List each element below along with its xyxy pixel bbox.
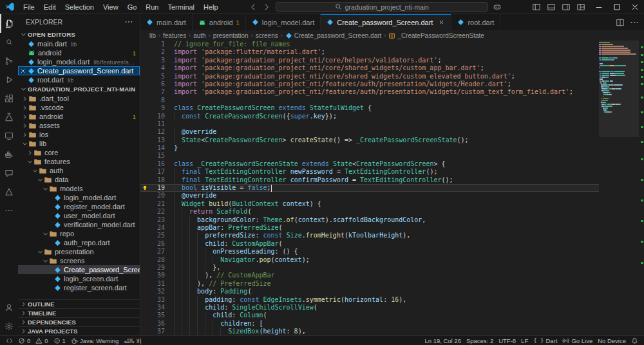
code-line-33[interactable]: 33padding: const EdgeInsets.symmetric(ho… bbox=[140, 296, 644, 304]
section-timeline[interactable]: TIMELINE bbox=[18, 308, 140, 317]
breadcrumb-item[interactable]: auth bbox=[193, 32, 205, 39]
layout-sidebar-right-icon[interactable] bbox=[560, 0, 573, 14]
split-editor-icon[interactable] bbox=[616, 18, 625, 27]
code-line-25[interactable]: 25preferredSize: const Size.fromHeight(k… bbox=[140, 232, 644, 239]
minimize-button[interactable] bbox=[590, 0, 608, 14]
breadcrumb-item[interactable]: Create_password_Screen.dart bbox=[285, 32, 382, 39]
breadcrumb-item[interactable]: presentation bbox=[213, 32, 249, 39]
code-line-3[interactable]: 3import 'package:graduation_project_nti/… bbox=[140, 57, 644, 64]
status-eol[interactable]: LF bbox=[518, 337, 531, 344]
code-line-20[interactable]: 20@override bbox=[140, 192, 644, 200]
code-line-29[interactable]: 29}, bbox=[140, 264, 644, 272]
tree-item-file[interactable]: verification_model.dart bbox=[18, 220, 140, 229]
status-problems-info[interactable]: 1 bbox=[51, 337, 68, 344]
code-line-10[interactable]: 10const CreatePasswordScreen({super.key}… bbox=[140, 113, 644, 120]
layout-sidebar-icon[interactable] bbox=[530, 0, 543, 14]
status-problems-warnings[interactable]: 0 bbox=[33, 337, 50, 344]
status-notifications[interactable] bbox=[629, 337, 641, 344]
activity-explorer[interactable] bbox=[0, 14, 18, 33]
code-line-1[interactable]: 1// ignore_for_file: file_names bbox=[140, 41, 644, 48]
code-line-17[interactable]: 17final TextEditingController newPasswor… bbox=[140, 168, 644, 176]
status-remote[interactable] bbox=[3, 337, 15, 344]
tree-item-file[interactable]: login_model.dart bbox=[18, 193, 140, 202]
tree-item-file[interactable]: register_model.dart bbox=[18, 202, 140, 211]
close-window-button[interactable] bbox=[626, 0, 644, 14]
open-editors-header[interactable]: OPEN EDITORS bbox=[18, 30, 140, 39]
tab-login-model-dart[interactable]: login_model.dart bbox=[246, 14, 321, 30]
tree-item-folder[interactable]: ios bbox=[18, 130, 140, 139]
project-root-header[interactable]: GRADUATION_PROJECT_NTI-MAIN bbox=[18, 84, 140, 94]
menu-help[interactable]: Help bbox=[199, 3, 223, 11]
breadcrumb-item[interactable]: _CreatePasswordScreenState bbox=[388, 32, 484, 39]
status-go-live[interactable]: Go Live bbox=[560, 337, 595, 344]
code-line-13[interactable]: 13State<CreatePasswordScreen> createStat… bbox=[140, 136, 644, 144]
menu-file[interactable]: File bbox=[19, 3, 39, 11]
menu-terminal[interactable]: Terminal bbox=[164, 3, 200, 11]
code-line-15[interactable]: 15 bbox=[140, 152, 644, 160]
tree-item-file[interactable]: auth_repo.dart bbox=[18, 238, 140, 247]
status-problems-errors[interactable]: 0 bbox=[15, 337, 33, 344]
tree-item-folder[interactable]: lib bbox=[18, 139, 140, 148]
code-line-27[interactable]: 27onPressedLeading: () { bbox=[140, 248, 644, 256]
status-flutter-device[interactable]: No Device bbox=[595, 337, 629, 344]
menu-go[interactable]: Go bbox=[123, 3, 142, 11]
tree-item-folder[interactable]: features bbox=[18, 157, 140, 166]
command-center[interactable]: graduation_project_nti-main bbox=[276, 2, 488, 12]
code-line-37[interactable]: 37SizedBox(height: 8), bbox=[140, 328, 644, 335]
code-line-8[interactable]: 8 bbox=[140, 97, 644, 104]
tree-item-folder[interactable]: .vscode bbox=[18, 103, 140, 112]
menu-run[interactable]: Run bbox=[141, 3, 163, 11]
code-editor[interactable]: 1// ignore_for_file: file_names2import '… bbox=[140, 41, 644, 335]
activity-source-control[interactable] bbox=[0, 51, 18, 70]
code-line-7[interactable]: 7import 'package:graduation_project_nti/… bbox=[140, 88, 644, 96]
code-line-4[interactable]: 4import 'package:graduation_project_nti/… bbox=[140, 64, 644, 72]
activity-chat[interactable] bbox=[0, 163, 18, 182]
tree-item-file[interactable]: Create_password_Screen.dart bbox=[18, 265, 140, 274]
section-dependencies[interactable]: DEPENDENCIES bbox=[18, 317, 140, 326]
open-editor-item[interactable]: android1 bbox=[18, 48, 140, 57]
activity-more[interactable] bbox=[0, 201, 18, 219]
code-line-19[interactable]: 19bool isVisible = false; bbox=[140, 184, 644, 192]
close-tab-icon[interactable] bbox=[438, 19, 445, 26]
code-line-35[interactable]: 35child: Column( bbox=[140, 312, 644, 319]
code-line-16[interactable]: 16class _CreatePasswordScreenState exten… bbox=[140, 160, 644, 168]
tree-item-file[interactable]: user_model.dart bbox=[18, 211, 140, 220]
tree-item-file[interactable]: login_screen.dart bbox=[18, 274, 140, 283]
tree-item-folder[interactable]: assets bbox=[18, 121, 140, 130]
tree-item-folder[interactable]: android1 bbox=[18, 112, 140, 121]
navigate-back-icon[interactable] bbox=[249, 3, 258, 12]
breadcrumb-item[interactable]: screens bbox=[256, 32, 278, 39]
code-line-26[interactable]: 26child: CustomAppBar( bbox=[140, 240, 644, 248]
code-line-28[interactable]: 28Navigator.pop(context); bbox=[140, 256, 644, 264]
tree-item-folder[interactable]: repo bbox=[18, 229, 140, 238]
menu-view[interactable]: View bbox=[99, 3, 123, 11]
tab-main-dart[interactable]: main.dart bbox=[140, 14, 193, 30]
breadcrumb-item[interactable]: lib bbox=[149, 32, 156, 39]
section-java-projects[interactable]: JAVA PROJECTS bbox=[18, 326, 140, 335]
code-line-34[interactable]: 34child: SingleChildScrollView( bbox=[140, 304, 644, 312]
code-line-2[interactable]: 2import 'package:flutter/material.dart'; bbox=[140, 48, 644, 56]
breadcrumb-item[interactable]: features bbox=[163, 32, 186, 39]
layout-custom-icon[interactable] bbox=[574, 0, 587, 14]
activity-settings[interactable] bbox=[0, 317, 18, 335]
code-line-9[interactable]: 9class CreatePasswordScreen extends Stat… bbox=[140, 104, 644, 112]
code-line-32[interactable]: 32body: Padding( bbox=[140, 288, 644, 295]
activity-testing[interactable] bbox=[0, 107, 18, 126]
open-editor-item[interactable]: login_model.dartlib/features/auth/data..… bbox=[18, 57, 140, 66]
code-line-11[interactable]: 11 bbox=[140, 120, 644, 128]
open-editor-item[interactable]: root.dartlib bbox=[18, 75, 140, 84]
code-line-23[interactable]: 23backgroundColor: Theme.of(context).sca… bbox=[140, 216, 644, 224]
status-indentation[interactable]: Spaces: 2 bbox=[464, 337, 496, 344]
minimap[interactable] bbox=[599, 41, 639, 335]
tree-item-folder[interactable]: core bbox=[18, 148, 140, 157]
activity-docker[interactable] bbox=[0, 145, 18, 163]
menu-selection[interactable]: Selection bbox=[61, 3, 99, 11]
activity-run-debug[interactable] bbox=[0, 70, 18, 89]
navigate-forward-icon[interactable] bbox=[262, 3, 271, 12]
code-line-36[interactable]: 36children: [ bbox=[140, 320, 644, 328]
tab-root-dart[interactable]: root.dart bbox=[451, 14, 500, 30]
code-line-5[interactable]: 5import 'package:graduation_project_nti/… bbox=[140, 73, 644, 80]
tree-item-folder[interactable]: .dart_tool bbox=[18, 94, 140, 103]
code-line-12[interactable]: 12@override bbox=[140, 128, 644, 136]
tree-item-folder[interactable]: presentation bbox=[18, 247, 140, 256]
